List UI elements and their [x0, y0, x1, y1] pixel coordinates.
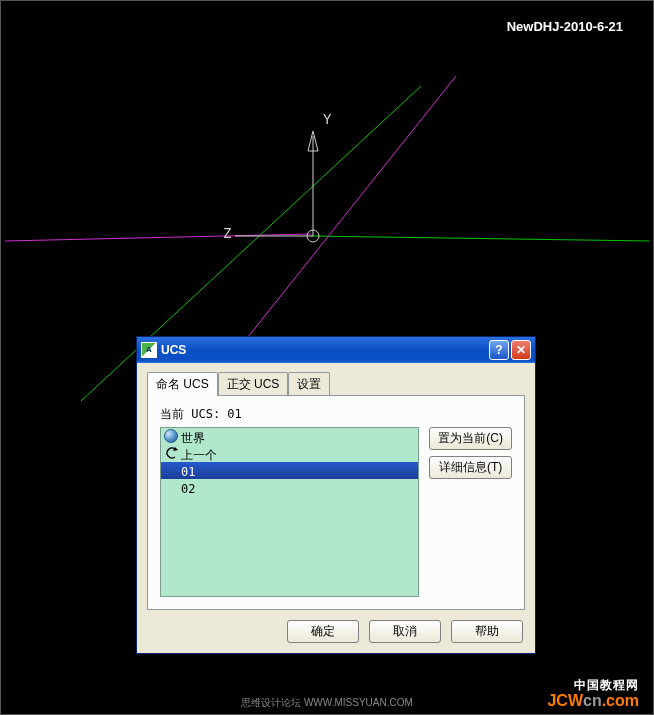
list-item-label: 02	[181, 482, 195, 496]
list-item-previous[interactable]: 上一个	[161, 445, 418, 462]
ucs-listbox[interactable]: 世界 上一个 ▶ 01 02	[160, 427, 419, 597]
close-icon[interactable]: ✕	[511, 340, 531, 360]
details-button[interactable]: 详细信息(T)	[429, 456, 512, 479]
list-item-02[interactable]: 02	[161, 479, 418, 496]
titlebar[interactable]: A UCS ? ✕	[137, 337, 535, 363]
globe-icon	[164, 429, 178, 443]
tab-settings[interactable]: 设置	[288, 372, 330, 396]
cancel-button[interactable]: 取消	[369, 620, 441, 643]
list-item-world[interactable]: 世界	[161, 428, 418, 445]
help-button[interactable]: 帮助	[451, 620, 523, 643]
svg-line-1	[311, 236, 649, 241]
tab-named-ucs[interactable]: 命名 UCS	[147, 372, 218, 396]
axis-label-y: Y	[323, 111, 331, 127]
tab-ortho-ucs[interactable]: 正交 UCS	[218, 372, 289, 396]
ok-button[interactable]: 确定	[287, 620, 359, 643]
list-item-label: 上一个	[181, 448, 217, 462]
axis-label-z: Z	[223, 225, 231, 241]
list-item-label: 世界	[181, 431, 205, 445]
dialog-title: UCS	[161, 343, 487, 357]
tab-row: 命名 UCS 正交 UCS 设置	[147, 371, 525, 395]
list-item-01[interactable]: ▶ 01	[161, 462, 418, 479]
watermark-top: NewDHJ-2010-6-21	[507, 19, 623, 34]
svg-point-4	[307, 230, 319, 242]
app-icon: A	[141, 342, 157, 358]
set-current-button[interactable]: 置为当前(C)	[429, 427, 512, 450]
current-ucs-label: 当前 UCS: 01	[160, 406, 512, 423]
back-arrow-icon	[164, 446, 178, 460]
list-item-label: 01	[181, 465, 195, 479]
tab-content: 当前 UCS: 01 世界 上一个 ▶ 01	[147, 395, 525, 610]
svg-marker-6	[308, 131, 318, 151]
ucs-dialog: A UCS ? ✕ 命名 UCS 正交 UCS 设置 当前 UCS: 01 世界	[136, 336, 536, 654]
svg-line-3	[5, 234, 311, 241]
watermark-site: 中国教程网 JCWcn.com	[547, 677, 639, 710]
help-icon[interactable]: ?	[489, 340, 509, 360]
